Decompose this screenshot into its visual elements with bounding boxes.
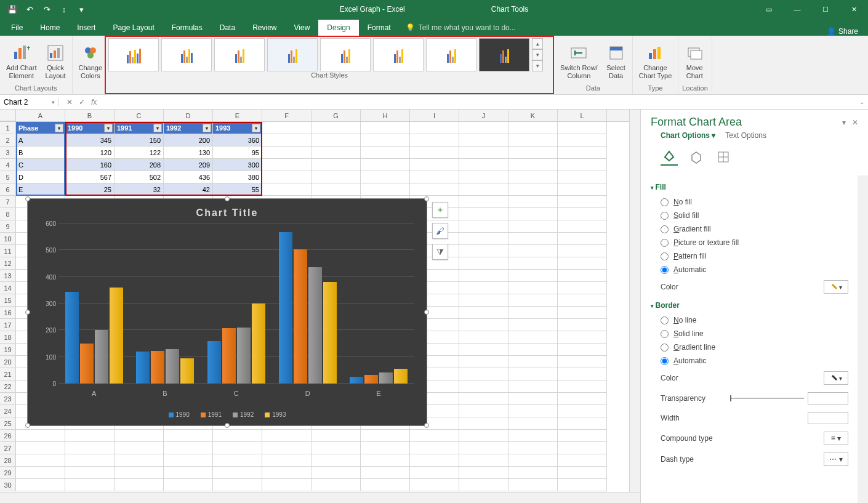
cell[interactable] bbox=[164, 454, 213, 467]
cell[interactable] bbox=[65, 467, 115, 479]
chart-style-1[interactable] bbox=[108, 38, 159, 71]
cell[interactable]: 32 bbox=[115, 183, 164, 196]
legend-item[interactable]: 1993 bbox=[265, 411, 286, 418]
cell[interactable] bbox=[262, 454, 311, 467]
cell[interactable]: 1992▾ bbox=[164, 122, 213, 134]
cell[interactable] bbox=[459, 467, 508, 479]
border-option[interactable]: Automatic bbox=[648, 354, 861, 368]
cell[interactable] bbox=[262, 442, 311, 454]
cell[interactable] bbox=[262, 479, 311, 491]
cell[interactable]: E bbox=[16, 183, 65, 196]
cell[interactable]: 130 bbox=[164, 147, 213, 159]
bar[interactable] bbox=[207, 341, 221, 384]
cell[interactable] bbox=[65, 479, 115, 491]
bar[interactable] bbox=[65, 292, 79, 384]
cell[interactable]: 95 bbox=[213, 147, 262, 159]
cell[interactable] bbox=[558, 159, 607, 171]
chart-plot-area[interactable]: 0100200300400500600 bbox=[58, 223, 414, 384]
filter-dropdown-icon[interactable]: ▾ bbox=[104, 124, 113, 132]
cell[interactable] bbox=[115, 454, 164, 467]
tab-review[interactable]: Review bbox=[244, 20, 285, 36]
row-header[interactable]: 27 bbox=[0, 442, 16, 454]
cell[interactable] bbox=[459, 171, 508, 183]
column-header[interactable]: C bbox=[115, 110, 164, 121]
fill-option[interactable]: Picture or texture fill bbox=[648, 236, 861, 249]
fill-option[interactable]: Pattern fill bbox=[648, 249, 861, 263]
chart-elements-button[interactable]: ＋ bbox=[432, 202, 448, 218]
border-option[interactable]: No line bbox=[648, 313, 861, 327]
row-header[interactable]: 17 bbox=[0, 319, 16, 331]
cell[interactable] bbox=[558, 171, 607, 183]
cell[interactable] bbox=[508, 134, 558, 147]
cell[interactable] bbox=[508, 294, 558, 307]
tab-formulas[interactable]: Formulas bbox=[163, 20, 211, 36]
bar[interactable] bbox=[350, 377, 363, 384]
cell[interactable] bbox=[459, 134, 508, 147]
cell[interactable]: 345 bbox=[65, 134, 115, 147]
radio-input[interactable] bbox=[661, 239, 669, 247]
fx-icon[interactable]: fx bbox=[91, 98, 97, 107]
cell[interactable] bbox=[558, 208, 607, 220]
column-header[interactable]: E bbox=[213, 110, 262, 121]
cell[interactable]: 42 bbox=[164, 183, 213, 196]
radio-input[interactable] bbox=[661, 198, 669, 206]
file-tab[interactable]: File bbox=[2, 20, 31, 36]
fill-section-header[interactable]: Fill bbox=[648, 179, 861, 195]
cell[interactable] bbox=[213, 479, 262, 491]
cell[interactable] bbox=[508, 159, 558, 171]
row-header[interactable]: 10 bbox=[0, 233, 16, 245]
cell[interactable] bbox=[459, 159, 508, 171]
cell[interactable] bbox=[558, 307, 607, 319]
cell[interactable] bbox=[459, 233, 508, 245]
cell[interactable] bbox=[459, 245, 508, 257]
cell[interactable] bbox=[213, 442, 262, 454]
cell[interactable] bbox=[558, 467, 607, 479]
cell[interactable] bbox=[459, 442, 508, 454]
cell[interactable]: 209 bbox=[164, 159, 213, 171]
chart-legend[interactable]: 1990199119921993 bbox=[28, 411, 427, 418]
border-color-picker[interactable]: ▾ bbox=[824, 371, 848, 385]
cell[interactable] bbox=[311, 147, 361, 159]
compound-type-picker[interactable]: ≡ ▾ bbox=[824, 432, 848, 445]
cell[interactable] bbox=[262, 122, 311, 134]
row-header[interactable]: 24 bbox=[0, 405, 16, 417]
cell[interactable] bbox=[410, 171, 459, 183]
cell[interactable] bbox=[508, 147, 558, 159]
ribbon-options-icon[interactable]: ▭ bbox=[755, 0, 783, 18]
cell[interactable] bbox=[164, 430, 213, 442]
close-icon[interactable]: ✕ bbox=[840, 0, 868, 18]
row-header[interactable]: 15 bbox=[0, 294, 16, 307]
cell[interactable] bbox=[410, 479, 459, 491]
column-header[interactable]: F bbox=[262, 110, 311, 121]
change-colors-button[interactable]: Change Colors bbox=[76, 42, 105, 80]
cell[interactable] bbox=[558, 405, 607, 417]
chart-style-6[interactable] bbox=[373, 38, 424, 71]
cell[interactable] bbox=[558, 319, 607, 331]
radio-input[interactable] bbox=[661, 357, 669, 365]
cell[interactable] bbox=[558, 454, 607, 467]
cell[interactable] bbox=[262, 159, 311, 171]
filter-dropdown-icon[interactable]: ▾ bbox=[153, 124, 162, 132]
pane-close-icon[interactable]: ✕ bbox=[852, 118, 858, 127]
cell[interactable] bbox=[459, 307, 508, 319]
cell[interactable] bbox=[558, 183, 607, 196]
radio-input[interactable] bbox=[661, 330, 669, 338]
cell[interactable] bbox=[262, 171, 311, 183]
cell[interactable] bbox=[115, 442, 164, 454]
legend-item[interactable]: 1992 bbox=[233, 411, 254, 418]
filter-dropdown-icon[interactable]: ▾ bbox=[55, 124, 63, 132]
row-header[interactable]: 13 bbox=[0, 270, 16, 282]
legend-item[interactable]: 1991 bbox=[201, 411, 222, 418]
cell[interactable] bbox=[361, 122, 410, 134]
cell[interactable] bbox=[558, 245, 607, 257]
cell[interactable] bbox=[508, 282, 558, 294]
cell[interactable]: 567 bbox=[65, 171, 115, 183]
tab-design[interactable]: Design bbox=[318, 20, 358, 36]
cell[interactable]: 436 bbox=[164, 171, 213, 183]
cell[interactable] bbox=[361, 479, 410, 491]
cell[interactable] bbox=[558, 270, 607, 282]
cell[interactable] bbox=[508, 368, 558, 380]
cell[interactable] bbox=[311, 134, 361, 147]
row-header[interactable]: 29 bbox=[0, 467, 16, 479]
fill-option[interactable]: Automatic bbox=[648, 263, 861, 276]
